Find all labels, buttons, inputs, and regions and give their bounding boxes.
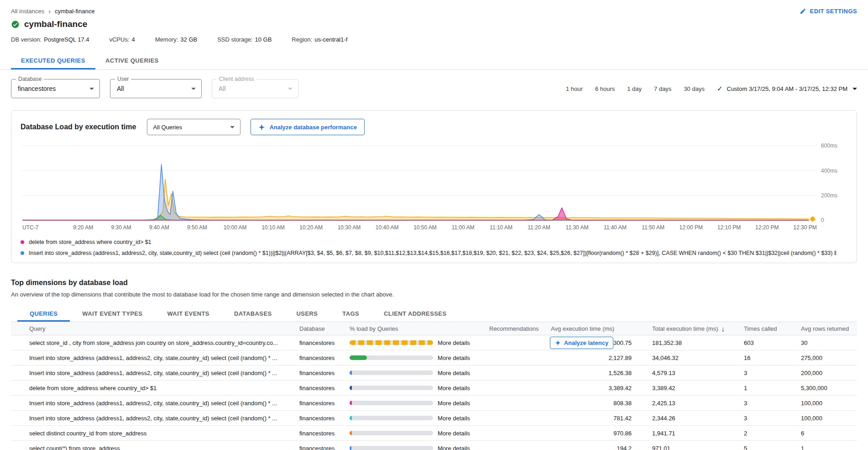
database-filter-label: Database <box>16 76 44 82</box>
query-cell[interactable]: select count(*) from store_address <box>11 445 299 450</box>
load-cell: More details <box>350 400 489 407</box>
analyze-database-performance-label: Analyze database performance <box>269 124 356 131</box>
database-cell: financestores <box>299 445 350 450</box>
load-cell: More details <box>350 355 489 361</box>
user-filter-select[interactable]: User All <box>110 79 202 98</box>
column-header-total_exec[interactable]: Total execution time (ms)↓ <box>639 325 744 333</box>
column-header-times_called[interactable]: Times called <box>744 325 801 332</box>
time-range-bar: 1 hour6 hours1 day7 days30 days ✓ Custom… <box>566 85 857 93</box>
edit-settings-button[interactable]: EDIT SETTINGS <box>800 8 857 15</box>
svg-text:12:00 PM: 12:00 PM <box>680 224 703 231</box>
table-row: select distinct country_id from store_ad… <box>11 426 857 441</box>
sort-desc-icon[interactable]: ↓ <box>722 325 725 333</box>
breadcrumb-all-instances[interactable]: All instances <box>11 8 44 15</box>
query-filter-select[interactable]: All Queries <box>147 119 241 135</box>
more-details-link[interactable]: More details <box>438 370 470 376</box>
svg-text:9:20 AM: 9:20 AM <box>73 224 93 231</box>
query-cell[interactable]: Insert into store_address (address1, add… <box>11 415 299 422</box>
more-details-link[interactable]: More details <box>438 355 470 361</box>
chevron-down-icon <box>230 126 235 128</box>
chart-card-header: Database Load by execution time All Quer… <box>21 119 847 135</box>
chart-legend: delete from store_address where country_… <box>21 238 847 257</box>
column-header-load[interactable]: % load by Queries <box>350 325 489 332</box>
svg-text:200ms: 200ms <box>821 192 837 199</box>
legend-item[interactable]: delete from store_address where country_… <box>21 238 847 246</box>
avg-exec-cell: 970.86 <box>551 430 639 437</box>
load-cell: More details <box>350 339 489 346</box>
time-range-option-7-days[interactable]: 7 days <box>654 85 671 92</box>
meta-item: DB version:PostgreSQL 17.4 <box>11 36 89 43</box>
database-load-card: Database Load by execution time All Quer… <box>11 110 857 263</box>
avg-exec-cell: 2,127.89 <box>551 355 639 361</box>
legend-dot <box>21 251 24 255</box>
dimension-tab-databases[interactable]: DATABASES <box>222 305 284 322</box>
time-range-custom[interactable]: ✓ Custom 3/17/25, 9:04 AM - 3/17/25, 12:… <box>717 85 857 93</box>
dimension-tab-users[interactable]: USERS <box>284 305 330 322</box>
dimension-tab-wait-events[interactable]: WAIT EVENTS <box>155 305 222 322</box>
avg-exec-cell: 1,526.38 <box>551 370 639 376</box>
more-details-link[interactable]: More details <box>438 385 470 392</box>
query-cell[interactable]: select distinct country_id from store_ad… <box>11 430 299 437</box>
query-cell[interactable]: Insert into store_address (address1, add… <box>11 355 299 361</box>
times-called-cell: 3 <box>744 400 801 407</box>
meta-value: 32 GB <box>180 36 197 43</box>
column-header-query[interactable]: Query <box>11 325 299 332</box>
avg-exec-value: 194.2 <box>617 445 632 450</box>
user-filter-value: All <box>117 85 124 92</box>
legend-item[interactable]: Insert into store_address (address1, add… <box>21 249 847 257</box>
time-range-option-1-hour[interactable]: 1 hour <box>566 85 583 92</box>
table-row: Insert into store_address (address1, add… <box>11 365 857 381</box>
chevron-down-icon <box>288 88 293 90</box>
query-cell[interactable]: select store_id , city from store_addres… <box>11 339 299 346</box>
more-details-link[interactable]: More details <box>438 339 470 346</box>
time-range-option-30-days[interactable]: 30 days <box>684 85 705 92</box>
chevron-down-icon <box>852 88 857 90</box>
database-filter-select[interactable]: Database financestores <box>11 79 100 98</box>
svg-text:0: 0 <box>821 217 824 223</box>
analyze-latency-button[interactable]: Analyze latency <box>550 337 614 349</box>
load-bar-track <box>350 371 433 375</box>
query-filter-value: All Queries <box>153 124 182 131</box>
column-header-recommendations[interactable]: Recommendations <box>489 325 551 332</box>
time-range-option-6-hours[interactable]: 6 hours <box>595 85 615 92</box>
main-tabs: EXECUTED QUERIES ACTIVE QUERIES <box>0 51 868 70</box>
check-icon: ✓ <box>717 85 723 93</box>
more-details-link[interactable]: More details <box>438 400 470 407</box>
column-header-database[interactable]: Database <box>299 325 350 332</box>
avg-rows-cell: 5,300,000 <box>801 385 857 392</box>
analyze-database-performance-button[interactable]: Analyze database performance <box>251 119 364 135</box>
avg-exec-value: 1,526.38 <box>608 370 632 376</box>
sparkle-icon <box>258 124 265 131</box>
column-header-label: Recommendations <box>489 325 539 332</box>
tab-executed-queries[interactable]: EXECUTED QUERIES <box>11 51 95 69</box>
dimension-tab-wait-event-types[interactable]: WAIT EVENT TYPES <box>70 305 155 322</box>
query-cell[interactable]: delete from store_address where country_… <box>11 385 299 392</box>
dimension-tab-client-addresses[interactable]: CLIENT ADDRESSES <box>371 305 459 322</box>
dimension-tab-queries[interactable]: QUERIES <box>17 305 70 322</box>
load-bar-track <box>350 355 433 360</box>
query-cell[interactable]: Insert into store_address (address1, add… <box>11 370 299 376</box>
meta-value: 10 GB <box>255 36 272 43</box>
time-range-option-1-day[interactable]: 1 day <box>627 85 642 92</box>
column-header-avg_exec[interactable]: Avg execution time (ms) <box>551 325 639 332</box>
dimension-tab-tags[interactable]: TAGS <box>330 305 371 322</box>
query-cell[interactable]: Insert into store_address (address1, add… <box>11 400 299 407</box>
more-details-link[interactable]: More details <box>438 445 470 450</box>
load-bar-fill <box>350 340 433 345</box>
more-details-link[interactable]: More details <box>438 415 470 422</box>
load-cell: More details <box>350 385 489 392</box>
avg-exec-value: 300.75 <box>613 339 632 346</box>
more-details-link[interactable]: More details <box>438 430 470 437</box>
column-header-label: Database <box>299 325 325 332</box>
svg-text:11:00 AM: 11:00 AM <box>452 224 475 231</box>
avg-exec-cell: Analyze latency300.75 <box>551 337 639 349</box>
filters-row: Database financestores User All Client a… <box>11 79 857 98</box>
dimensions-table: QueryDatabase% load by QueriesRecommenda… <box>0 322 868 450</box>
chevron-right-icon: › <box>48 7 51 15</box>
analyze-latency-label: Analyze latency <box>564 339 609 346</box>
tab-active-queries[interactable]: ACTIVE QUERIES <box>95 51 169 69</box>
load-cell: More details <box>350 445 489 450</box>
table-row: Insert into store_address (address1, add… <box>11 350 857 365</box>
times-called-cell: 5 <box>744 445 801 450</box>
column-header-avg_rows[interactable]: Avg rows returned <box>801 325 857 332</box>
